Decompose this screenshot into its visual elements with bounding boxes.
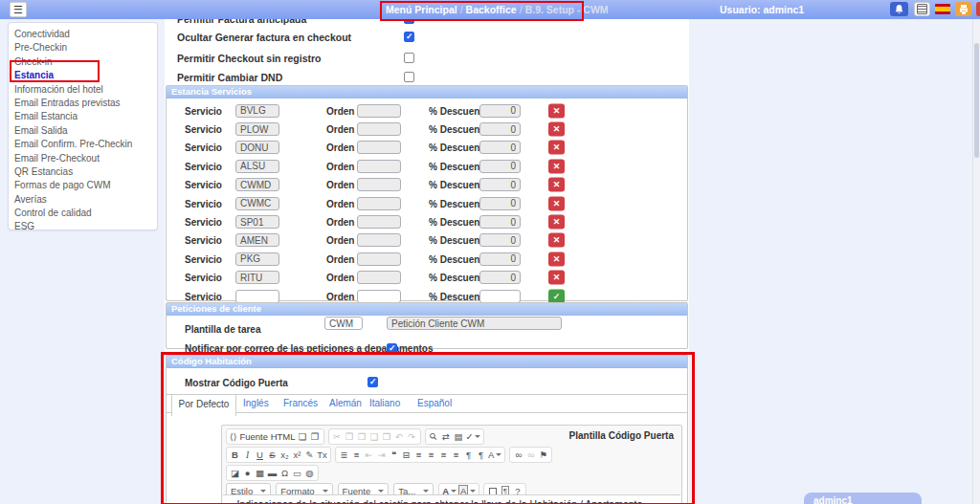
bidi-rtl-button[interactable]: ¶ bbox=[475, 449, 487, 461]
bulleted-list-button[interactable]: ≡ bbox=[350, 449, 363, 461]
sidebar-item-control-de-calidad[interactable]: Control de calidad bbox=[9, 207, 157, 220]
blockquote-button[interactable]: ❝ bbox=[388, 449, 400, 461]
sidebar-item-conectividad[interactable]: Conectividad bbox=[9, 28, 157, 41]
source-button[interactable]: ⟨⟩Fuente HTML bbox=[229, 430, 297, 443]
delete-service-button[interactable]: ✕ bbox=[548, 141, 565, 155]
copyformat-button[interactable]: ✎ bbox=[303, 449, 316, 461]
menu-toggle-button[interactable]: ☰ bbox=[10, 2, 27, 17]
sidebar-item-email-pre-checkout[interactable]: Email Pre-Checkout bbox=[9, 152, 157, 165]
table-button[interactable]: ▦ bbox=[254, 467, 266, 479]
delete-service-button[interactable]: ✕ bbox=[548, 159, 565, 173]
toggle-checkbox[interactable] bbox=[404, 32, 414, 42]
chat-widget[interactable]: adminc1 bbox=[804, 493, 922, 504]
language-button[interactable]: A bbox=[487, 449, 502, 461]
service-discount-input bbox=[479, 271, 521, 284]
notify-checkbox[interactable] bbox=[387, 343, 397, 354]
delete-service-button[interactable]: ✕ bbox=[548, 178, 565, 192]
blockquote-icon: ❝ bbox=[391, 449, 396, 460]
templates-button[interactable]: ❐ bbox=[309, 430, 322, 443]
breadcrumb-item-backoffice[interactable]: Backoffice bbox=[466, 4, 517, 15]
bold-button[interactable]: B bbox=[229, 449, 241, 461]
bidi-ltr-button[interactable]: ¶ bbox=[462, 449, 475, 461]
tab-italiano[interactable]: Italiano bbox=[369, 394, 400, 414]
breadcrumb-item-menu-principal[interactable]: Menú Principal bbox=[386, 4, 457, 15]
delete-service-button[interactable]: ✕ bbox=[548, 271, 565, 285]
sidebar-item-aver-as[interactable]: Averías bbox=[9, 193, 157, 207]
servicio-label: Servicio bbox=[185, 273, 222, 283]
hr-button[interactable]: ▬ bbox=[266, 467, 278, 479]
sidebar-item-esg[interactable]: ESG bbox=[9, 220, 157, 233]
service-discount-input[interactable] bbox=[479, 290, 521, 303]
delete-service-button[interactable]: ✕ bbox=[548, 196, 565, 210]
orden-label: Orden bbox=[326, 142, 354, 153]
orden-label: Orden bbox=[326, 124, 354, 135]
numbered-list-button[interactable]: ≣ bbox=[338, 449, 350, 461]
bidi-rtl-icon: ¶ bbox=[479, 449, 483, 460]
task-template-code-input[interactable] bbox=[324, 317, 363, 330]
notifications-button[interactable] bbox=[890, 2, 908, 16]
align-left-icon: ≡ bbox=[416, 449, 422, 460]
underline-button[interactable]: U bbox=[254, 449, 266, 461]
section-estancia-servicios: Estancia Servicios ServicioOrden% Descue… bbox=[166, 85, 688, 301]
flash-button[interactable]: ● bbox=[241, 467, 254, 479]
italic-button[interactable]: I bbox=[241, 449, 254, 461]
align-justify-button[interactable]: ≡ bbox=[450, 449, 462, 461]
align-left-button[interactable]: ≡ bbox=[412, 449, 425, 461]
subscript-button[interactable]: x₂ bbox=[278, 449, 291, 461]
specialchar-button[interactable]: Ω bbox=[278, 467, 291, 479]
page-scrollbar-track[interactable] bbox=[972, 19, 980, 504]
service-code-input[interactable] bbox=[235, 290, 279, 303]
tab-espa-ol[interactable]: Español bbox=[417, 394, 452, 414]
tab-ingl-s[interactable]: Inglés bbox=[243, 394, 269, 414]
service-orden-input[interactable] bbox=[357, 290, 401, 303]
service-row: ServicioOrden% Descuento✕ bbox=[167, 194, 687, 212]
sidebar-item-email-salida[interactable]: Email Salida bbox=[9, 124, 157, 138]
spellcheck-button[interactable]: ✓ bbox=[465, 430, 482, 443]
sidebar-item-informaci-n-del-hotel[interactable]: Información del hotel bbox=[9, 83, 157, 97]
anchor-button[interactable]: ⚑ bbox=[537, 449, 549, 461]
pagebreak-button[interactable]: ▭ bbox=[291, 467, 303, 479]
audit-log-button[interactable] bbox=[914, 2, 930, 16]
delete-service-button[interactable]: ✕ bbox=[548, 215, 565, 230]
toggle-checkbox[interactable] bbox=[404, 53, 414, 63]
replace-button[interactable]: ⇄ bbox=[440, 430, 453, 443]
show-door-code-checkbox[interactable] bbox=[368, 377, 378, 387]
tab-por-defecto[interactable]: Por Defecto bbox=[171, 394, 236, 416]
preview-button[interactable]: ❏ bbox=[297, 430, 309, 443]
toggle-checkbox[interactable] bbox=[404, 72, 414, 82]
sidebar-item-email-estancia[interactable]: Email Estancia bbox=[9, 110, 157, 123]
sidebar-item-pre-checkin[interactable]: Pre-Checkin bbox=[9, 41, 157, 55]
delete-service-button[interactable]: ✕ bbox=[548, 252, 565, 266]
sidebar-item-email-entradas-previstas[interactable]: Email Entradas previstas bbox=[9, 97, 157, 110]
delete-service-button[interactable]: ✕ bbox=[548, 233, 565, 248]
iframe-button[interactable]: ◍ bbox=[303, 467, 316, 479]
sidebar-item-qr-estancias[interactable]: QR Estancias bbox=[9, 165, 157, 179]
page-scrollbar-thumb[interactable] bbox=[974, 43, 979, 158]
align-center-button[interactable]: ≡ bbox=[425, 449, 437, 461]
logout-button[interactable] bbox=[976, 2, 980, 16]
strike-button[interactable]: S bbox=[266, 449, 278, 461]
delete-service-button[interactable]: ✕ bbox=[548, 103, 565, 118]
print-button[interactable] bbox=[955, 2, 971, 16]
image-button[interactable]: ◪ bbox=[229, 467, 241, 479]
tab-franc-s[interactable]: Francés bbox=[283, 394, 318, 414]
sidebar-item-email-confirm-pre-checkin[interactable]: Email Confirm. Pre-Checkin bbox=[9, 138, 157, 151]
div-button[interactable]: ⊟ bbox=[400, 449, 412, 461]
align-right-button[interactable]: ≡ bbox=[437, 449, 450, 461]
add-service-button[interactable]: ✓ bbox=[548, 289, 565, 303]
link-button[interactable]: ∞ bbox=[512, 449, 524, 461]
delete-service-button[interactable]: ✕ bbox=[548, 122, 565, 137]
topbar: ☰ Menú Principal/Backoffice/B.9. Setup -… bbox=[0, 0, 980, 19]
editor-panel-label: Plantilla Código Puerta bbox=[569, 430, 674, 441]
sidebar-item-check-in[interactable]: Check-in bbox=[9, 55, 157, 69]
select-all-button[interactable]: ▤ bbox=[453, 430, 465, 443]
source-button-label: Fuente HTML bbox=[239, 431, 295, 442]
tab-alem-n[interactable]: Alemán bbox=[329, 394, 362, 414]
editor-content-area[interactable]: • Indicaciones de la situación del cajet… bbox=[223, 494, 680, 504]
language-flag-button[interactable] bbox=[935, 4, 950, 14]
find-button[interactable]: ⚲ bbox=[428, 430, 440, 443]
superscript-button[interactable]: x² bbox=[291, 449, 303, 461]
sidebar-item-estancia[interactable]: Estancia bbox=[9, 69, 157, 82]
sidebar-item-formas-de-pago-cwm[interactable]: Formas de pago CWM bbox=[9, 179, 157, 192]
removeformat-button[interactable]: Tx bbox=[316, 449, 328, 461]
